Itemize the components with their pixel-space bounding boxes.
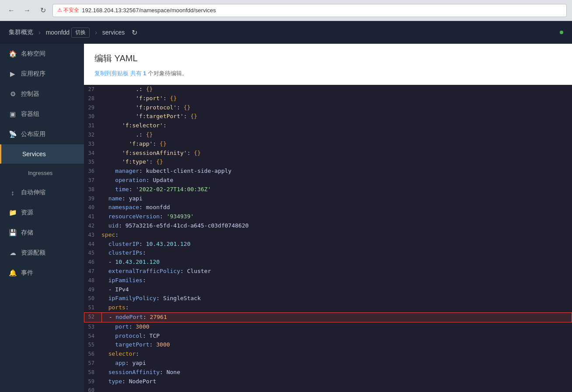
code-line: 35 'f:type': {} [84, 158, 572, 167]
browser-chrome: ← → ↻ ⚠ 不安全 192.168.204.13:32567/namespa… [0, 0, 572, 21]
back-button[interactable]: ← [5, 4, 17, 17]
line-number: 28 [84, 94, 101, 103]
line-number: 60 [84, 386, 101, 392]
controllers-icon: ⚙ [9, 90, 17, 98]
sidebar-item-controllers[interactable]: ⚙ 控制器 [0, 84, 84, 104]
line-number: 50 [84, 294, 101, 303]
sidebar-item-quota[interactable]: ☁ 资源配额 [0, 243, 84, 263]
line-number: 30 [84, 112, 101, 121]
line-content: operation: Update [101, 176, 572, 185]
published-icon: 📡 [9, 130, 17, 138]
breadcrumb-namespace[interactable]: moonfdd [46, 29, 70, 36]
breadcrumb-home[interactable]: 集群概览 [9, 28, 33, 36]
line-number: 36 [84, 167, 101, 175]
nav-refresh-button[interactable]: ↻ [128, 26, 140, 38]
containers-icon: ▣ [9, 110, 17, 118]
sidebar-label-ingresses: Ingresses [28, 170, 52, 176]
line-content: 'f:targetPort': {} [101, 112, 572, 121]
line-number: 41 [84, 212, 101, 221]
app-container: 集群概览 › moonfdd 切换 › services ↻ 🏠 名称空间 ▶ … [0, 21, 572, 392]
code-line: 36 manager: kubectl-client-side-apply [84, 167, 572, 176]
sidebar-item-services[interactable]: Services [0, 144, 84, 164]
code-line: 52 - nodePort: 27961 [84, 312, 572, 322]
code-line: 54 protocol: TCP [84, 332, 572, 341]
subtitle-suffix: 个对象待编辑。 [146, 70, 188, 77]
code-line: 39 name: yapi [84, 194, 572, 203]
code-line: 56 selector: [84, 350, 572, 359]
code-line: 47 externalTrafficPolicy: Cluster [84, 267, 572, 276]
line-number: 44 [84, 240, 101, 248]
line-content: selector: [101, 350, 572, 359]
line-content: targetPort: 3000 [101, 340, 572, 350]
code-line: 29 'f:protocol': {} [84, 103, 572, 112]
code-line: 45 clusterIPs: [84, 248, 572, 258]
code-line: 30 'f:targetPort': {} [84, 112, 572, 121]
line-content: - nodePort: 27961 [101, 312, 572, 322]
line-content: name: yapi [101, 194, 572, 203]
line-number: 48 [84, 276, 101, 285]
line-number: 40 [84, 203, 101, 212]
switch-button[interactable]: 切换 [71, 28, 90, 38]
sidebar-label-namespace: 名称空间 [21, 50, 45, 58]
line-number: 54 [84, 332, 101, 340]
code-line: 40 namespace: moonfdd [84, 203, 572, 212]
code-line: 31 'f:selector': [84, 121, 572, 130]
code-line: 55 targetPort: 3000 [84, 340, 572, 350]
line-content: resourceVersion: '934939' [101, 212, 572, 221]
sidebar-item-containers[interactable]: ▣ 容器组 [0, 104, 84, 124]
address-bar[interactable]: ⚠ 不安全 192.168.204.13:32567/namespace/moo… [52, 4, 567, 17]
code-line: 44 clusterIP: 10.43.201.120 [84, 240, 572, 249]
sidebar-item-storage[interactable]: 💾 存储 [0, 223, 84, 243]
sidebar-label-storage: 存储 [21, 229, 33, 237]
code-line: 33 'f:app': {} [84, 140, 572, 149]
yaml-header: 编辑 YAML 复制到剪贴板 共有 1 个对象待编辑。 [84, 44, 572, 85]
sidebar-item-apps[interactable]: ▶ 应用程序 [0, 64, 84, 84]
resources-icon: 📁 [9, 209, 17, 217]
line-content: namespace: moonfdd [101, 203, 572, 212]
sidebar-label-containers: 容器组 [21, 110, 39, 118]
sidebar-item-ingresses[interactable]: Ingresses [0, 164, 84, 182]
line-number: 31 [84, 121, 101, 130]
yaml-title: 编辑 YAML [94, 52, 562, 64]
sidebar-label-quota: 资源配额 [21, 249, 45, 257]
sidebar-label-autoscale: 自动伸缩 [21, 189, 45, 196]
line-content: ports: [101, 303, 572, 312]
line-number: 46 [84, 258, 101, 266]
sidebar-item-resources[interactable]: 📁 资源 [0, 203, 84, 223]
code-line: 58 sessionAffinity: None [84, 368, 572, 377]
line-content [101, 386, 572, 392]
line-content: 'f:type': {} [101, 158, 572, 167]
copy-clipboard-link[interactable]: 复制到剪贴板 共有 [94, 70, 143, 77]
line-number: 37 [84, 176, 101, 185]
home-icon: 🏠 [9, 50, 17, 58]
sidebar-item-events[interactable]: 🔔 事件 [0, 263, 84, 283]
quota-icon: ☁ [9, 249, 17, 257]
line-content: ipFamilies: [101, 276, 572, 285]
breadcrumb-current: services [102, 29, 125, 36]
code-line: 53 port: 3000 [84, 322, 572, 332]
breadcrumb-sep1: › [38, 29, 41, 36]
sidebar-item-autoscale[interactable]: ↕ 自动伸缩 [0, 182, 84, 203]
sidebar-label-services: Services [22, 150, 46, 158]
apps-icon: ▶ [9, 70, 17, 78]
forward-button[interactable]: → [21, 4, 33, 17]
code-line: 51 ports: [84, 303, 572, 312]
code-editor[interactable]: 27 .: {}28 'f:port': {}29 'f:protocol': … [84, 85, 572, 392]
sidebar-item-namespace[interactable]: 🏠 名称空间 [0, 44, 84, 64]
security-warning: ⚠ 不安全 [57, 7, 79, 14]
code-line: 42 uid: 957a3216-e5fd-41cd-a645-c03df074… [84, 221, 572, 231]
code-line: 57 app: yapi [84, 359, 572, 368]
line-content: - IPv4 [101, 285, 572, 294]
line-number: 59 [84, 377, 101, 386]
sidebar-label-apps: 应用程序 [21, 70, 45, 78]
line-number: 33 [84, 140, 101, 148]
refresh-button[interactable]: ↻ [37, 4, 49, 17]
line-content: protocol: TCP [101, 332, 572, 341]
sidebar-item-published[interactable]: 📡 公布应用 [0, 124, 84, 144]
line-content: type: NodePort [101, 377, 572, 386]
line-number: 43 [84, 231, 101, 239]
code-line: 50 ipFamilyPolicy: SingleStack [84, 294, 572, 303]
line-content: 'f:sessionAffinity': {} [101, 149, 572, 158]
line-number: 38 [84, 185, 101, 194]
line-content: port: 3000 [101, 322, 572, 332]
